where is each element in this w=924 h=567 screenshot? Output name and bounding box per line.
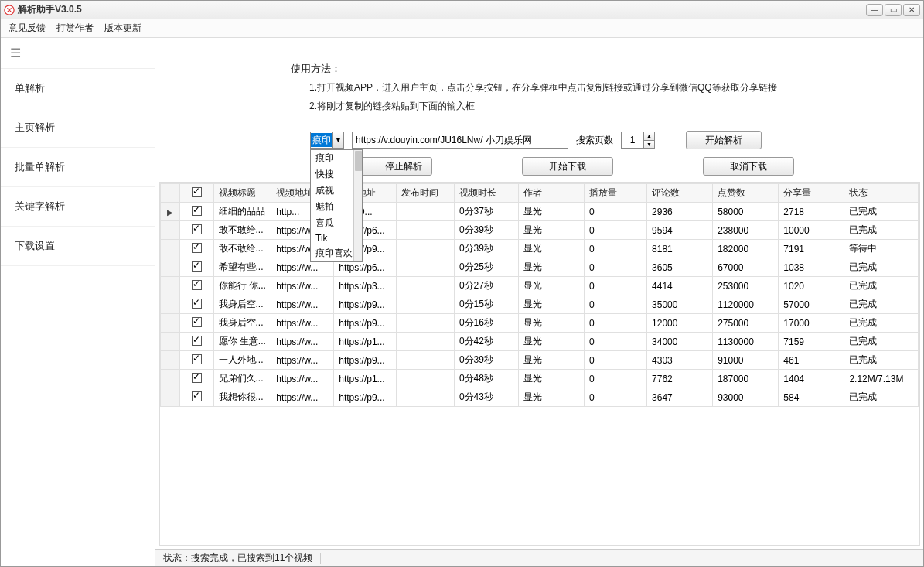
menu-update[interactable]: 版本更新 (104, 22, 141, 35)
row-checkbox-cell[interactable] (179, 258, 213, 277)
cell-author: 显光 (518, 221, 584, 240)
col-author[interactable]: 作者 (518, 184, 584, 203)
cell-shares: 1038 (779, 258, 844, 277)
app-icon (4, 5, 15, 15)
cell-duration: 0分27秒 (454, 277, 518, 295)
table-row[interactable]: 希望有些...https://w...https://p6...0分25秒显光0… (161, 258, 919, 277)
search-pages-spinner[interactable]: ▲▼ (621, 132, 655, 149)
row-checkbox-cell[interactable] (179, 333, 213, 351)
chevron-down-icon[interactable]: ▼ (332, 132, 343, 148)
cell-comments: 4303 (647, 351, 713, 370)
url-input[interactable] (352, 132, 568, 149)
cell-status: 已完成 (844, 295, 919, 314)
menu-feedback[interactable]: 意见反馈 (9, 22, 46, 35)
row-checkbox[interactable] (192, 391, 202, 401)
table-row[interactable]: 我想你很...https://w...https://p9...0分43秒显光0… (161, 388, 919, 407)
col-shares[interactable]: 分享量 (779, 184, 844, 203)
row-checkbox[interactable] (192, 354, 202, 364)
col-comments[interactable]: 评论数 (647, 184, 713, 203)
cell-likes: 275000 (713, 314, 779, 333)
row-checkbox-cell[interactable] (179, 351, 213, 370)
maximize-button[interactable]: ▭ (885, 4, 902, 16)
row-header (161, 333, 180, 351)
data-grid: 视频标题 视频地址 封面地址 发布时间 视频时长 作者 播放量 评论数 点赞数 … (159, 182, 920, 546)
cell-publish-time (397, 314, 455, 333)
cell-author: 显光 (518, 203, 584, 221)
row-checkbox[interactable] (192, 224, 202, 234)
close-button[interactable]: ✕ (903, 4, 920, 16)
spinner-down-icon[interactable]: ▼ (644, 141, 654, 149)
menu-donate[interactable]: 打赏作者 (56, 22, 94, 35)
start-download-button[interactable]: 开始下载 (522, 157, 613, 176)
table-row[interactable]: 敢不敢给...https://w...https://p9...0分39秒显光0… (161, 240, 919, 258)
col-plays[interactable]: 播放量 (585, 184, 647, 203)
table-row[interactable]: 我身后空...https://w...https://p9...0分16秒显光0… (161, 314, 919, 333)
cell-cover-addr: https://p9... (334, 314, 397, 333)
cell-status: 已完成 (844, 221, 919, 240)
table-row[interactable]: 敢不敢给...https://w...https://p6...0分39秒显光0… (161, 221, 919, 240)
cell-video-addr: https://w... (271, 388, 334, 407)
cell-author: 显光 (518, 388, 584, 407)
row-header (161, 221, 180, 240)
sidebar-item-homepage-parse[interactable]: 主页解析 (1, 108, 155, 148)
sidebar-item-batch-parse[interactable]: 批量单解析 (1, 148, 155, 187)
cancel-download-button[interactable]: 取消下载 (703, 157, 794, 176)
search-pages-value[interactable] (622, 132, 643, 148)
cell-status: 已完成 (844, 388, 919, 407)
start-parse-button[interactable]: 开始解析 (686, 131, 762, 149)
row-checkbox-cell[interactable] (179, 221, 213, 240)
table-row[interactable]: 我身后空...https://w...https://p9...0分15秒显光0… (161, 295, 919, 314)
header-checkbox[interactable] (192, 187, 202, 197)
row-checkbox-cell[interactable] (179, 240, 213, 258)
col-rowheader[interactable] (161, 184, 180, 203)
cell-shares: 10000 (779, 221, 844, 240)
cell-status: 已完成 (844, 351, 919, 370)
table-row[interactable]: 一人外地...https://w...https://p9...0分39秒显光0… (161, 351, 919, 370)
minimize-button[interactable]: — (866, 4, 883, 16)
sidebar-item-download-settings[interactable]: 下载设置 (1, 227, 155, 266)
row-checkbox-cell[interactable] (179, 370, 213, 388)
cell-cover-addr: https://p9... (334, 295, 397, 314)
row-checkbox-cell[interactable] (179, 203, 213, 221)
table-row[interactable]: 你能行 你...https://w...https://p3...0分27秒显光… (161, 277, 919, 295)
table-row[interactable]: ▶细细的品品http......://p9...0分37秒显光029365800… (161, 203, 919, 221)
col-checkbox[interactable] (179, 184, 213, 203)
hamburger-icon[interactable]: ☰ (1, 38, 155, 69)
cell-duration: 0分15秒 (454, 295, 518, 314)
row-checkbox[interactable] (192, 299, 202, 309)
cell-title: 敢不敢给... (213, 240, 271, 258)
source-combobox[interactable]: 痕印 ▼ 痕印 快搜 咸视 魅拍 喜瓜 Tik 痕印喜欢 (310, 132, 344, 149)
col-likes[interactable]: 点赞数 (713, 184, 779, 203)
cell-video-addr: https://w... (271, 351, 334, 370)
cell-plays: 0 (585, 388, 647, 407)
stop-parse-label: 停止解析 (385, 160, 422, 173)
dropdown-scrollbar[interactable] (353, 150, 362, 261)
cell-plays: 0 (585, 295, 647, 314)
row-checkbox-cell[interactable] (179, 295, 213, 314)
row-checkbox[interactable] (192, 280, 202, 290)
row-checkbox[interactable] (192, 317, 202, 327)
col-publish-time[interactable]: 发布时间 (397, 184, 455, 203)
row-checkbox[interactable] (192, 243, 202, 253)
row-checkbox[interactable] (192, 261, 202, 272)
col-title[interactable]: 视频标题 (213, 184, 271, 203)
cell-status: 等待中 (844, 240, 919, 258)
table-row[interactable]: 兄弟们久...https://w...https://p1...0分48秒显光0… (161, 370, 919, 388)
cell-status: 已完成 (844, 333, 919, 351)
cell-status: 已完成 (844, 277, 919, 295)
row-checkbox-cell[interactable] (179, 388, 213, 407)
window-title: 解析助手V3.0.5 (18, 3, 82, 16)
row-checkbox-cell[interactable] (179, 277, 213, 295)
row-checkbox[interactable] (192, 206, 202, 216)
row-checkbox[interactable] (192, 336, 202, 346)
cell-likes: 253000 (713, 277, 779, 295)
sidebar-item-single-parse[interactable]: 单解析 (1, 69, 155, 108)
spinner-up-icon[interactable]: ▲ (644, 132, 654, 141)
col-status[interactable]: 状态 (844, 184, 919, 203)
row-checkbox[interactable] (192, 373, 202, 383)
row-checkbox-cell[interactable] (179, 314, 213, 333)
col-duration[interactable]: 视频时长 (454, 184, 518, 203)
table-row[interactable]: 愿你 生意...https://w...https://p1...0分42秒显光… (161, 333, 919, 351)
sidebar-item-keyword-parse[interactable]: 关键字解析 (1, 187, 155, 227)
cell-comments: 35000 (647, 295, 713, 314)
